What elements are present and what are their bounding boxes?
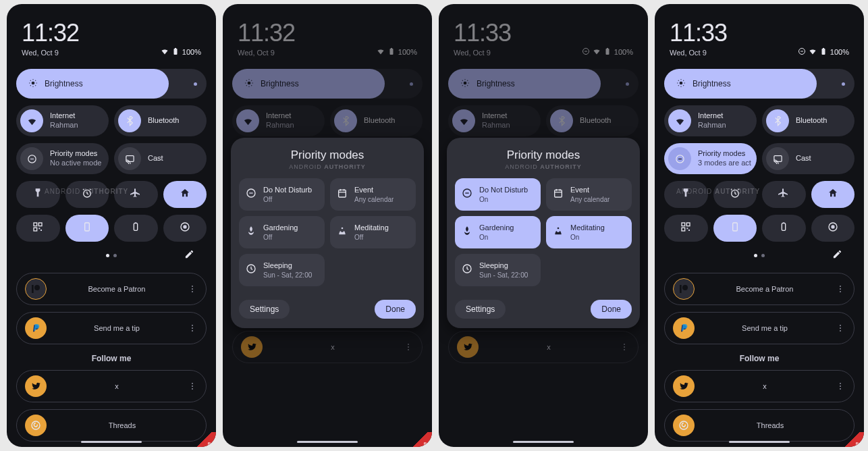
svg-rect-2	[30, 158, 34, 159]
more-icon[interactable]	[187, 325, 198, 331]
status-bar: 11:32Wed, Oct 9100%	[223, 4, 432, 57]
tile-internet[interactable]: InternetRahman	[16, 105, 109, 136]
brightness-icon	[676, 78, 686, 90]
patreon-icon	[673, 278, 695, 300]
tile-airplane[interactable]	[762, 181, 806, 208]
svg-point-62	[680, 81, 683, 84]
mode-tile-meditating[interactable]: MeditatingOn	[546, 216, 632, 248]
edit-button[interactable]	[184, 249, 194, 262]
svg-point-58	[558, 228, 560, 230]
mode-tile-gardening[interactable]: GardeningOff	[239, 216, 325, 248]
svg-rect-39	[585, 51, 587, 52]
notif-x[interactable]: x	[232, 331, 423, 363]
edit-button[interactable]	[832, 249, 842, 262]
svg-rect-34	[249, 192, 252, 193]
more-icon[interactable]	[187, 383, 198, 390]
tile-record[interactable]	[163, 215, 207, 242]
brightness-slider[interactable]: Brightness	[232, 69, 423, 99]
clock-date: Wed, Oct 9	[22, 49, 79, 57]
twitter-icon	[25, 375, 47, 397]
tile-internet[interactable]: InternetRahman	[664, 105, 757, 136]
tile-internet[interactable]: InternetRahman	[448, 105, 541, 136]
battery-text: 100%	[614, 48, 633, 56]
tile-internet[interactable]: InternetRahman	[232, 105, 325, 136]
notif-tip[interactable]: Send me a tip	[664, 312, 855, 344]
tile-qr[interactable]	[16, 215, 60, 242]
screenshot-2: 11:32Wed, Oct 9100%BrightnessInternetRah…	[223, 4, 432, 447]
cast-icon	[766, 147, 789, 170]
svg-rect-71	[688, 230, 690, 231]
more-icon[interactable]	[835, 325, 846, 331]
done-button[interactable]: Done	[375, 300, 416, 319]
brightness-slider[interactable]: Brightness	[664, 69, 855, 99]
nav-pill[interactable]	[729, 441, 790, 443]
tile-bluetooth[interactable]: Bluetooth	[762, 105, 855, 136]
batterySaver-icon	[778, 221, 789, 235]
nav-pill[interactable]	[297, 441, 358, 443]
notif-threads[interactable]: Threads	[664, 409, 855, 442]
notifications: Become a PatronSend me a tipFollow mexTh…	[655, 273, 864, 435]
notif-threads[interactable]: Threads	[16, 409, 207, 442]
tile-rotate[interactable]	[65, 215, 109, 242]
tile-battery-saver[interactable]	[762, 215, 806, 242]
tile-priority-modes[interactable]: Priority modes3 modes are act	[664, 143, 757, 174]
notif-patron[interactable]: Become a Patron	[16, 273, 207, 305]
home-icon	[828, 188, 838, 201]
svg-rect-64	[678, 158, 682, 159]
tile-bluetooth[interactable]: Bluetooth	[546, 105, 639, 136]
mode-tile-sleeping[interactable]: SleepingSun - Sat, 22:00	[239, 254, 325, 286]
tile-home[interactable]	[163, 181, 207, 208]
notif-tip[interactable]: Send me a tip	[16, 312, 207, 344]
tile-bluetooth[interactable]: Bluetooth	[330, 105, 423, 136]
clock-date: Wed, Oct 9	[670, 49, 727, 57]
bluetooth-icon	[766, 109, 789, 132]
svg-rect-8	[39, 228, 40, 229]
mode-tile-dnd[interactable]: Do Not DisturbOff	[239, 178, 325, 211]
more-icon[interactable]	[619, 344, 630, 350]
tile-battery-saver[interactable]	[114, 215, 158, 242]
settings-button[interactable]: Settings	[239, 300, 290, 319]
mode-tile-meditating[interactable]: MeditatingOff	[330, 216, 416, 248]
done-button[interactable]: Done	[591, 300, 632, 319]
mode-tile-gardening[interactable]: GardeningOn	[455, 216, 541, 248]
watermark: ANDROID AUTHORITY	[676, 188, 760, 195]
tile-bluetooth[interactable]: Bluetooth	[114, 105, 207, 136]
watermark: ANDROID AUTHORITY	[45, 188, 128, 195]
dnd-status-icon	[582, 47, 590, 57]
notif-x[interactable]: x	[16, 370, 207, 402]
page-indicator	[16, 248, 207, 262]
bluetooth-icon	[550, 109, 573, 132]
brightness-slider[interactable]: Brightness	[448, 69, 639, 99]
follow-header: Follow me	[16, 354, 207, 363]
mode-tile-event[interactable]: EventAny calendar	[546, 178, 632, 211]
notif-patron[interactable]: Become a Patron	[664, 273, 855, 305]
mode-tile-sleeping[interactable]: SleepingSun - Sat, 22:00	[455, 254, 541, 286]
threads-icon	[673, 415, 695, 436]
mode-tile-event[interactable]: EventAny calendar	[330, 178, 416, 211]
svg-rect-73	[782, 223, 786, 231]
nav-pill[interactable]	[81, 441, 142, 443]
notif-x[interactable]: x	[448, 331, 639, 363]
tile-record[interactable]	[811, 215, 855, 242]
brightness-slider[interactable]: Brightness	[16, 69, 207, 99]
tile-home[interactable]	[811, 181, 855, 208]
svg-rect-5	[34, 223, 37, 226]
wifi-icon	[809, 47, 817, 57]
tile-rotate[interactable]	[713, 215, 757, 242]
brightness-handle	[626, 82, 629, 86]
tile-cast[interactable]: Cast	[762, 143, 855, 174]
clock-time: 11:33	[454, 19, 511, 47]
more-icon[interactable]	[187, 286, 198, 292]
svg-point-14	[183, 225, 186, 228]
mode-tile-dnd[interactable]: Do Not DisturbOn	[455, 178, 541, 211]
more-icon[interactable]	[403, 344, 414, 350]
notif-x[interactable]: x	[664, 370, 855, 402]
more-icon[interactable]	[835, 383, 846, 390]
tile-qr[interactable]	[664, 215, 708, 242]
tile-cast[interactable]: Cast	[114, 143, 207, 174]
settings-button[interactable]: Settings	[455, 300, 506, 319]
more-icon[interactable]	[835, 286, 846, 292]
tile-priority-modes[interactable]: Priority modesNo active mode	[16, 143, 109, 174]
nav-pill[interactable]	[513, 441, 574, 443]
svg-rect-69	[682, 228, 685, 231]
